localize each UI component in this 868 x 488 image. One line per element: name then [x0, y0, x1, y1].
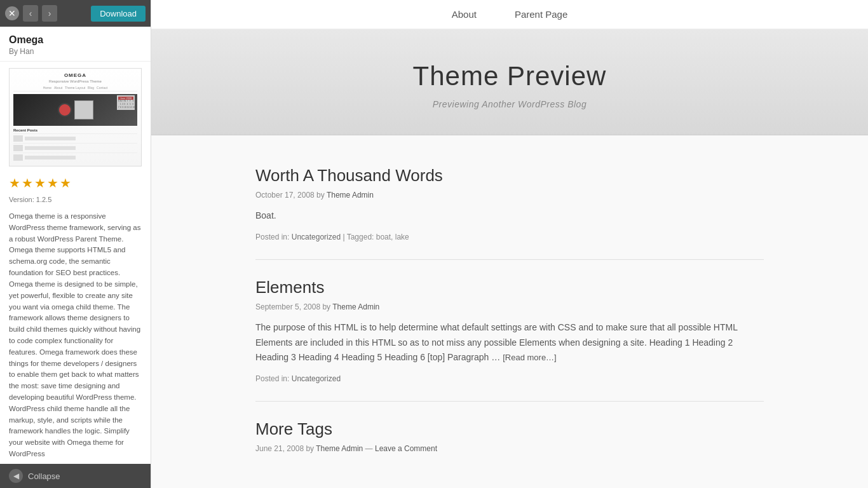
posts-area: Worth A Thousand Words October 17, 2008 … [230, 135, 789, 488]
ratings: ★ ★ ★ ★ ★ [0, 173, 151, 194]
post-1-by: by [316, 191, 327, 200]
post-1-tags: boat, lake [376, 233, 409, 241]
post-3-by: by [306, 444, 316, 453]
post-2: Elements September 5, 2008 by Theme Admi… [255, 260, 764, 402]
star-4: ★ [47, 175, 58, 191]
hero-title: Theme Preview [164, 61, 855, 92]
post-3-date: June 21, 2008 [255, 444, 304, 453]
collapse-bar[interactable]: ◀ Collapse [0, 464, 151, 488]
post-3-separator: — [365, 444, 375, 453]
theme-author: By Han [9, 47, 142, 56]
collapse-icon: ◀ [9, 469, 23, 483]
top-bar: ✕ ‹ › Download [0, 0, 151, 27]
post-1-meta: October 17, 2008 by Theme Admin [255, 191, 764, 200]
post-3-title[interactable]: More Tags [255, 419, 764, 439]
star-3: ★ [34, 175, 46, 191]
post-2-title[interactable]: Elements [255, 278, 764, 297]
post-2-read-more[interactable]: Read more… [503, 353, 557, 362]
star-1: ★ [9, 175, 20, 191]
post-2-content: The purpose of this HTML is to help dete… [255, 320, 764, 365]
nav-bar: About Parent Page [151, 0, 868, 29]
post-3-meta: June 21, 2008 by Theme Admin — Leave a C… [255, 444, 764, 453]
main-content: About Parent Page Theme Preview Previewi… [151, 0, 868, 488]
post-2-author[interactable]: Theme Admin [332, 302, 379, 311]
forward-button[interactable]: › [42, 5, 57, 22]
version-label: Version: 1.2.5 [0, 194, 151, 208]
post-2-meta: September 5, 2008 by Theme Admin [255, 302, 764, 311]
theme-description: Omega theme is a responsive WordPress th… [0, 208, 151, 488]
sidebar: ✕ ‹ › Download Omega By Han OMEGA Respon… [0, 0, 151, 488]
post-2-by: by [322, 302, 332, 311]
post-1: Worth A Thousand Words October 17, 2008 … [255, 148, 764, 260]
post-2-category[interactable]: Uncategorized [292, 374, 341, 383]
post-2-text: The purpose of this HTML is to help dete… [255, 322, 737, 363]
post-3-author[interactable]: Theme Admin [316, 444, 363, 453]
post-1-title[interactable]: Worth A Thousand Words [255, 166, 764, 186]
post-1-posted-in: Posted in: [255, 233, 289, 241]
post-1-tagged: Tagged: [347, 233, 374, 241]
hero-subtitle: Previewing Another WordPress Blog [164, 99, 855, 109]
nav-parent-page[interactable]: Parent Page [515, 9, 567, 20]
download-button[interactable]: Download [91, 6, 146, 22]
post-1-date: October 17, 2008 [255, 191, 315, 200]
back-button[interactable]: ‹ [23, 5, 38, 22]
theme-name: Omega [9, 34, 142, 46]
star-5: ★ [60, 175, 71, 191]
post-2-footer: Posted in: Uncategorized [255, 374, 764, 383]
hero-section: Theme Preview Previewing Another WordPre… [151, 29, 868, 135]
collapse-label: Collapse [28, 471, 60, 481]
nav-about[interactable]: About [452, 9, 477, 20]
post-1-footer: Posted in: Uncategorized | Tagged: boat,… [255, 233, 764, 241]
post-3: More Tags June 21, 2008 by Theme Admin —… [255, 402, 764, 480]
post-2-date: September 5, 2008 [255, 302, 320, 311]
theme-thumbnail: OMEGA Responsive WordPress Theme HomeAbo… [9, 68, 142, 166]
post-3-leave-comment[interactable]: Leave a Comment [375, 444, 437, 453]
post-1-content: Boat. [255, 208, 764, 224]
post-1-category[interactable]: Uncategorized [292, 233, 341, 241]
theme-info: Omega By Han [0, 27, 151, 62]
post-1-author[interactable]: Theme Admin [327, 191, 374, 200]
star-2: ★ [22, 175, 33, 191]
close-button[interactable]: ✕ [5, 6, 19, 20]
post-2-posted-in: Posted in: [255, 374, 289, 383]
